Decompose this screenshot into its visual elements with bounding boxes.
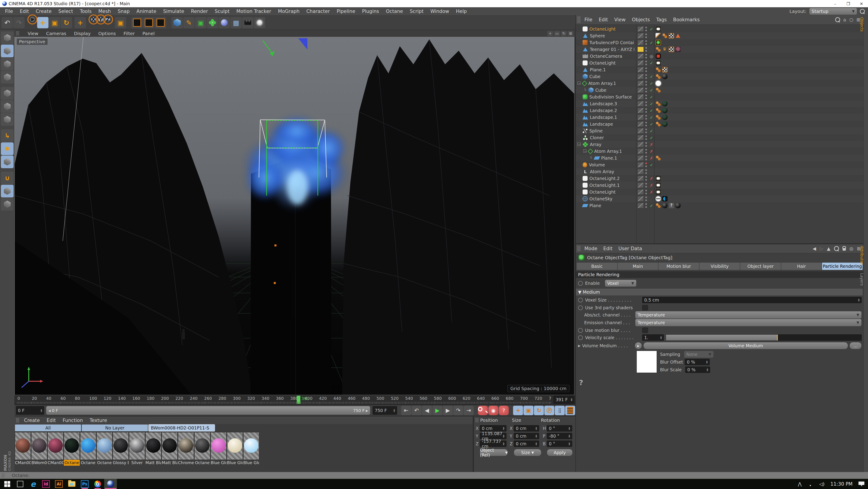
object-row[interactable]: Plane.1 [576,66,864,73]
view-nav-icon[interactable]: ▭ [554,31,560,36]
object-name[interactable]: OctaneLight.1 [589,183,620,188]
material-name[interactable]: Octane [64,460,80,466]
menu-item[interactable]: Tools [80,9,92,14]
slider-handle[interactable] [777,335,778,340]
visibility-dots[interactable] [645,40,647,45]
material-item[interactable]: Silver [129,432,145,466]
layer-chip[interactable] [638,60,644,66]
expand-toggle-icon[interactable]: − [578,143,583,146]
light-tag-icon[interactable] [655,183,661,188]
enabled-state-icon[interactable]: ✗ [649,149,654,154]
coordinate-system-button[interactable]: ▣ [115,17,126,28]
q-tag-icon[interactable] [669,203,674,208]
light-tag-icon[interactable] [655,26,661,32]
enabled-state-icon[interactable]: ✗ [649,156,654,161]
object-row[interactable]: OctaneLight ✓ [576,60,864,66]
object-name[interactable]: OctaneLight [589,60,616,65]
material-name[interactable]: Octane [80,460,96,466]
material-name[interactable]: Chrome [178,460,194,466]
layer-chip[interactable] [638,155,644,161]
enabled-state-icon[interactable]: ✓ [649,27,654,31]
object-name[interactable]: Teenager 01 - AXYZ Design [590,47,634,52]
target-icon[interactable]: ◎ [849,246,853,251]
material-name[interactable]: Matt Bla [162,460,178,466]
layer-chip[interactable] [638,189,644,195]
model-mode-button[interactable] [1,44,13,57]
size-y-field[interactable]: 0 cm▲ ▼ [514,433,539,439]
timeline-ruler[interactable]: 0204060801001201401601802002202402602803… [14,395,552,404]
visibility-dots[interactable] [645,108,647,113]
align-workplane-button[interactable] [1,198,13,210]
enabled-state-icon[interactable]: ✓ [649,129,654,133]
keyframe-help-button[interactable]: ? [499,406,509,415]
add-mograph-menu[interactable] [207,17,218,28]
layer-chip[interactable] [638,94,644,100]
rotation-b-field[interactable]: 0 °▲ ▼ [547,441,572,447]
snap-mode-button[interactable] [1,156,13,168]
grip-handle[interactable] [1,473,5,478]
record-scale-toggle[interactable]: ▣ [524,406,533,415]
sky-tag-icon[interactable] [655,196,661,201]
menu-item[interactable]: Script [410,9,424,14]
grip-handle[interactable] [16,31,20,36]
volume-medium-button[interactable]: Volume Medium [643,342,848,349]
enabled-state-icon[interactable]: ✓ [649,163,654,167]
range-slider-end-label[interactable]: 750 F ▸ [353,408,368,413]
object-name[interactable]: Atom Array [590,169,614,174]
coord-mode-dropdown[interactable]: Object (Rel) ▼ [480,449,508,456]
view-nav-icon[interactable]: ⊞ [568,31,574,36]
stepper-icon[interactable]: ▲ ▼ [40,409,42,412]
goto-end-button[interactable]: ⇥ [464,406,474,415]
coord-size-dropdown[interactable]: Size ▼ [514,449,541,456]
sphdark-tag-icon[interactable] [675,203,681,208]
object-row[interactable]: └ Cube ✓ [576,87,864,94]
object-row[interactable]: Plane ✓ [576,202,864,209]
help-icon[interactable]: ? [579,378,583,387]
visibility-dots[interactable] [645,162,647,167]
objects-panel-tab[interactable]: Objects [860,17,864,32]
material-item[interactable]: Octane [96,432,112,466]
object-name[interactable]: Atom Array.1 [588,81,616,86]
stepper-icon[interactable]: ▲ ▼ [571,398,572,401]
material-name[interactable]: Silver [129,460,145,466]
material-name[interactable]: Blue Glo [211,460,226,466]
material-thumbnail[interactable] [113,432,129,460]
layer-chip[interactable] [638,87,644,93]
sphdark-tag-icon[interactable] [662,74,668,79]
enabled-state-icon[interactable]: ✓ [649,40,654,45]
lock-z-axis-button[interactable]: Z [105,17,110,22]
object-name[interactable]: OctaneLight [589,27,616,31]
layer-chip[interactable] [638,67,644,72]
menu-item[interactable]: Animate [136,9,156,14]
velocity-scale-slider[interactable] [666,334,862,341]
enabled-state-icon[interactable]: ✗ [649,190,654,194]
visibility-dots[interactable] [645,81,647,86]
ocam-tag-icon[interactable] [655,54,661,59]
attribute-menu-item[interactable]: Mode [584,246,597,251]
material-name[interactable]: CMan00 [15,460,31,466]
layer-chip[interactable] [638,40,644,45]
material-name[interactable]: Octane [194,460,210,466]
action-center-icon[interactable] [859,482,864,487]
object-row[interactable]: Cube ✓ [576,73,864,80]
tex-tag-icon[interactable] [669,33,674,38]
object-row[interactable]: Subdivision Surface ✓ [576,94,864,100]
material-menu-item[interactable]: Create [24,418,40,423]
material-thumbnail[interactable] [243,432,259,460]
object-manager-menu-item[interactable]: File [584,17,592,23]
lock-icon[interactable] [843,248,846,251]
object-name[interactable]: OctaneCamera [590,54,622,59]
add-cube-menu[interactable] [172,17,183,28]
attributes-panel-tab[interactable]: Attributes [860,246,864,265]
animation-dot-icon[interactable] [578,281,583,286]
render-settings-button[interactable] [155,17,166,28]
add-spline-menu[interactable]: ✎ [183,17,194,28]
object-row[interactable]: − Array ✗ [576,141,864,148]
material-item[interactable]: Octane [80,432,96,466]
perspective-viewport[interactable] [14,37,575,395]
explorer-app[interactable] [65,479,78,489]
material-thumbnail[interactable] [162,432,178,460]
grip-handle[interactable] [16,418,20,423]
object-manager-menu-item[interactable]: Tags [656,17,667,23]
object-name[interactable]: Landscape.2 [590,108,617,113]
